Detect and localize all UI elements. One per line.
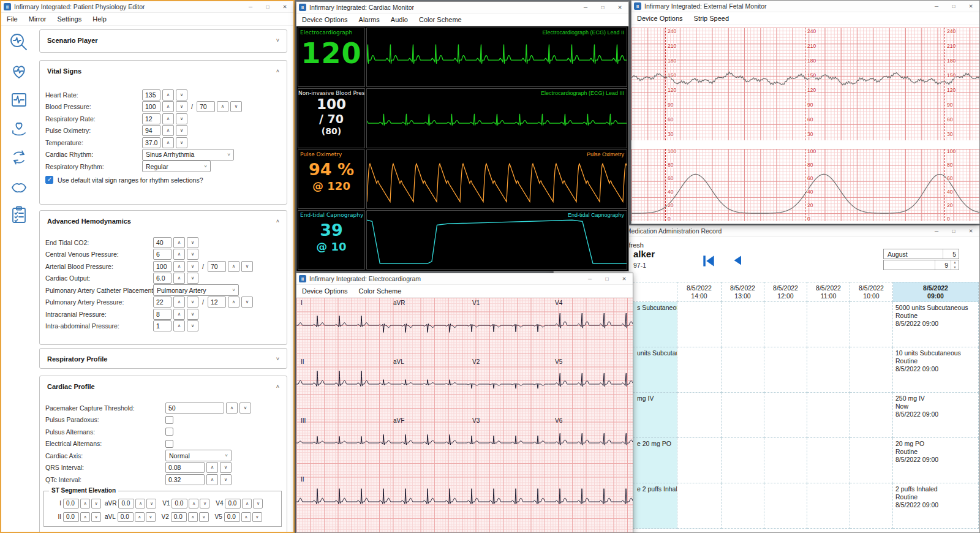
- pa-pressure-input[interactable]: 12: [208, 297, 226, 308]
- menu-file[interactable]: File: [1, 13, 23, 25]
- st-V2-input[interactable]: 0.0: [171, 512, 187, 522]
- checklist-clipboard-icon[interactable]: [7, 203, 31, 227]
- menu-alarms[interactable]: Alarms: [353, 13, 385, 26]
- arterial-blood-pressure-step-up-button[interactable]: ∧: [228, 261, 239, 272]
- blood-pressure-step-down-button[interactable]: ∨: [176, 101, 187, 112]
- blood-pressure-input[interactable]: 70: [197, 101, 215, 112]
- pa-pressure-step-down-button[interactable]: ∨: [241, 297, 253, 308]
- respiratory-rate-step-down-button[interactable]: ∨: [176, 113, 187, 124]
- blood-pressure-step-up-button[interactable]: ∧: [162, 101, 174, 112]
- st-aVL-step-up-button[interactable]: ∧: [135, 512, 145, 522]
- maximize-button[interactable]: □: [945, 1, 962, 12]
- st-aVL-input[interactable]: 0.0: [118, 512, 134, 522]
- qtc-interval-step-up-button[interactable]: ∧: [206, 474, 218, 485]
- st-I-input[interactable]: 0.0: [63, 499, 79, 508]
- menu-device-options[interactable]: Device Options: [296, 13, 353, 26]
- mar-empty-cell[interactable]: [850, 438, 893, 483]
- mar-empty-cell[interactable]: [850, 347, 893, 393]
- st-aVR-step-up-button[interactable]: ∧: [135, 499, 145, 508]
- mar-empty-cell[interactable]: [807, 347, 850, 393]
- mar-empty-cell[interactable]: [722, 302, 764, 347]
- strip-chart-icon[interactable]: [7, 88, 31, 112]
- pa-catheter-placement-select[interactable]: Pulmonary Artery˅: [153, 284, 239, 296]
- menu-device-options[interactable]: Device Options: [631, 12, 688, 25]
- st-I-step-up-button[interactable]: ∧: [80, 499, 90, 508]
- mar-empty-cell[interactable]: [677, 438, 722, 483]
- minimize-button[interactable]: ─: [577, 2, 594, 13]
- minimize-button[interactable]: ─: [581, 273, 598, 285]
- pa-pressure-input[interactable]: 22: [153, 297, 172, 308]
- menu-help[interactable]: Help: [87, 13, 112, 25]
- skip-to-start-button[interactable]: [701, 253, 717, 269]
- menu-audio[interactable]: Audio: [385, 13, 413, 26]
- mar-empty-cell[interactable]: [807, 438, 850, 483]
- st-V2-step-down-button[interactable]: ∨: [199, 512, 209, 522]
- maximize-button[interactable]: □: [259, 1, 276, 13]
- st-II-step-down-button[interactable]: ∨: [91, 512, 101, 522]
- mar-empty-cell[interactable]: [677, 347, 722, 393]
- mar-empty-cell[interactable]: [677, 483, 722, 529]
- hands-care-icon[interactable]: [7, 175, 31, 198]
- central-venous-pressure-input[interactable]: 6: [153, 249, 172, 260]
- section-header-respiratory-profile[interactable]: Respiratory Profile ˅: [40, 349, 287, 369]
- st-V2-step-up-button[interactable]: ∧: [188, 512, 198, 522]
- arterial-blood-pressure-step-down-button[interactable]: ∨: [241, 261, 253, 272]
- mar-empty-cell[interactable]: [850, 393, 893, 438]
- ecg-titlebar[interactable]: II Infirmary Integrated: Electrocardiogr…: [296, 273, 633, 285]
- pacemaker-capture-threshold-step-down-button[interactable]: ∨: [239, 403, 251, 414]
- minimize-button[interactable]: ─: [242, 1, 259, 13]
- st-V4-input[interactable]: 0.0: [225, 499, 241, 508]
- end-tidal-co2-input[interactable]: 40: [153, 237, 172, 248]
- menu-device-options[interactable]: Device Options: [296, 285, 353, 297]
- mar-column-header[interactable]: 8/5/202212:00: [764, 282, 807, 302]
- mar-empty-cell[interactable]: [764, 438, 807, 483]
- cardiac-rhythm-select[interactable]: Sinus Arrhythmia˅: [142, 149, 234, 161]
- qtc-interval-step-down-button[interactable]: ∨: [220, 474, 232, 485]
- close-button[interactable]: ✕: [276, 1, 293, 13]
- temperature-step-up-button[interactable]: ∧: [162, 137, 174, 148]
- temperature-input[interactable]: 37.0: [142, 137, 160, 148]
- mar-empty-cell[interactable]: [677, 393, 722, 438]
- pulse-oximetry-input[interactable]: 94: [142, 125, 160, 136]
- mar-column-header[interactable]: 8/5/202209:00: [893, 282, 979, 302]
- end-tidal-co2-step-up-button[interactable]: ∧: [173, 237, 185, 248]
- mar-dose-cell[interactable]: 20 mg PORoutine8/5/2022 09:00: [893, 438, 979, 483]
- st-aVL-step-down-button[interactable]: ∨: [146, 512, 156, 522]
- previous-button[interactable]: [730, 253, 746, 269]
- mar-empty-cell[interactable]: [722, 438, 764, 483]
- respiratory-rhythm-select[interactable]: Regular˅: [142, 161, 211, 172]
- section-header-advanced-hemodynamics[interactable]: Advanced Hemodynamics ˄: [40, 211, 287, 232]
- st-V5-input[interactable]: 0.0: [224, 512, 240, 522]
- pulsus-paradoxus-checkbox[interactable]: [165, 416, 173, 424]
- mar-dose-cell[interactable]: 5000 units SubcutaneousRoutine8/5/2022 0…: [893, 302, 979, 347]
- mar-empty-cell[interactable]: [807, 302, 850, 347]
- fetal-titlebar[interactable]: II Infirmary Integrated: External Fetal …: [631, 1, 979, 12]
- mar-dose-cell[interactable]: 10 units SubcutaneousRoutine8/5/2022 09:…: [893, 347, 979, 393]
- respiratory-rate-input[interactable]: 12: [142, 113, 160, 124]
- step-up-icon[interactable]: ▲: [951, 260, 959, 265]
- arterial-blood-pressure-step-up-button[interactable]: ∧: [173, 261, 185, 272]
- pa-pressure-step-down-button[interactable]: ∨: [187, 297, 198, 308]
- qrs-interval-input[interactable]: 0.08: [165, 462, 205, 473]
- arterial-blood-pressure-input[interactable]: 70: [208, 261, 226, 272]
- section-header-scenario-player[interactable]: Scenario Player ˅: [40, 30, 287, 51]
- st-V1-step-down-button[interactable]: ∨: [200, 499, 209, 508]
- mar-empty-cell[interactable]: [764, 483, 807, 529]
- minimize-button[interactable]: ─: [928, 225, 945, 237]
- mar-empty-cell[interactable]: [807, 393, 850, 438]
- close-button[interactable]: ✕: [616, 273, 633, 285]
- st-V4-step-up-button[interactable]: ∧: [242, 499, 252, 508]
- cardiac-output-input[interactable]: 6.0: [153, 273, 172, 284]
- arterial-blood-pressure-input[interactable]: 100: [153, 261, 172, 272]
- st-II-input[interactable]: 0.0: [63, 512, 79, 522]
- intra-abdominal-pressure-step-down-button[interactable]: ∨: [187, 320, 198, 331]
- intracranial-pressure-step-down-button[interactable]: ∨: [187, 309, 198, 320]
- st-V5-step-up-button[interactable]: ∧: [241, 512, 251, 522]
- heart-rate-input[interactable]: 135: [142, 89, 160, 100]
- mar-empty-cell[interactable]: [722, 347, 764, 393]
- maximize-button[interactable]: □: [598, 273, 616, 285]
- mar-empty-cell[interactable]: [722, 393, 764, 438]
- section-header-vital-signs[interactable]: Vital Signs ˄: [40, 61, 287, 81]
- st-II-step-up-button[interactable]: ∧: [80, 512, 90, 522]
- mar-column-header[interactable]: 8/5/202210:00: [850, 282, 893, 302]
